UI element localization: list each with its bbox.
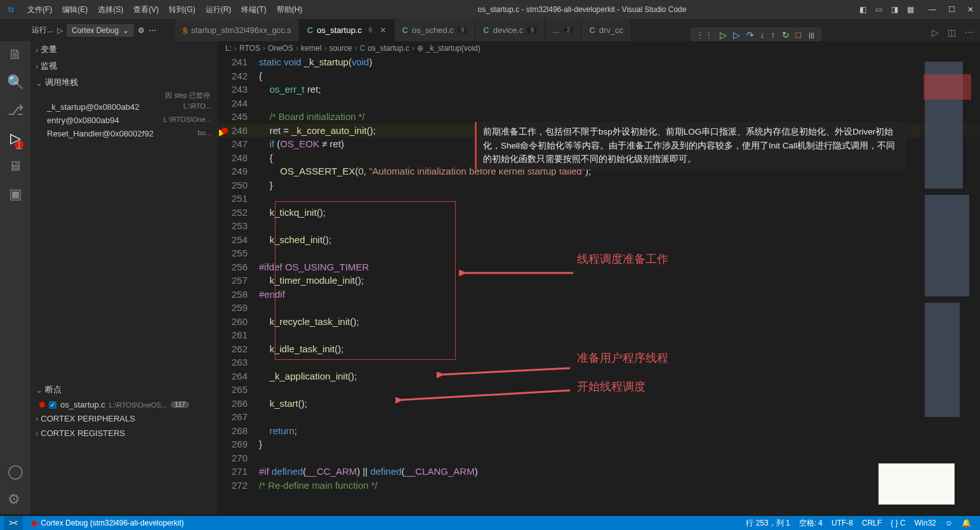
section-watch[interactable]: ›监视 — [30, 58, 218, 74]
code-line[interactable]: 272/* Re-define main function */ — [218, 479, 980, 493]
tab-badge: 6 — [366, 27, 376, 34]
run-label: 运行... — [32, 25, 53, 36]
settings-icon[interactable]: ⚙ — [8, 491, 23, 508]
breadcrumb[interactable]: L:› RTOS› OneOS› kernel› source› Cos_sta… — [218, 41, 980, 55]
search-icon[interactable]: 🔍 — [7, 74, 24, 91]
explorer-icon[interactable]: 🗎 — [8, 46, 22, 63]
hover-tooltip: 前期准备工作，包括但不限于bsp外设初始化、前期LOG串口指派、系统内存信息初始… — [475, 122, 906, 169]
code-line[interactable]: 244 — [218, 96, 980, 110]
feedback-icon[interactable]: ☺ — [945, 519, 953, 527]
debug-config-select[interactable]: Cortex Debug⌄ — [67, 24, 134, 37]
layout-icon[interactable]: ▦ — [904, 5, 917, 14]
remote-explorer-icon[interactable]: 🖥 — [8, 158, 22, 175]
tab-more-icon[interactable]: ⋯ — [965, 27, 974, 37]
dbg-restart-icon[interactable]: ↻ — [782, 30, 790, 40]
code-line[interactable]: 268 return; — [218, 424, 980, 438]
minimap[interactable] — [920, 55, 980, 500]
debug-status[interactable]: 🐞 Cortex Debug (stm32l496-ali-developerk… — [29, 519, 184, 527]
debug-settings-icon[interactable]: ⚙ — [138, 26, 145, 35]
stack-frame[interactable]: _k_startup@0x0800ab42L:\RTO... — [30, 100, 218, 114]
close-icon[interactable]: ✕ — [961, 5, 980, 14]
menu-selection[interactable]: 选择(S) — [93, 4, 128, 15]
code-line[interactable]: 269} — [218, 437, 980, 451]
dbg-step-out-icon[interactable]: ↑ — [771, 30, 776, 40]
breakpoint-row[interactable]: ✓ os_startup.c L:\RTOS\OneOS... 117 — [30, 398, 218, 411]
panel-bottom-icon[interactable]: ▭ — [873, 5, 885, 14]
stack-frame[interactable]: entry@0x0800ab94L:\RTOS\One... — [30, 114, 218, 127]
dbg-stop-icon[interactable]: □ — [796, 30, 801, 40]
tab-...[interactable]: ...2 — [545, 19, 581, 41]
maximize-icon[interactable]: ☐ — [942, 5, 961, 14]
code-line[interactable]: 266 k_start(); — [218, 397, 980, 411]
section-variables[interactable]: ›变量 — [30, 41, 218, 58]
run-debug-icon[interactable]: ▷1 — [10, 130, 21, 147]
indent-status[interactable]: 空格: 4 — [799, 518, 823, 529]
menu-terminal[interactable]: 终端(T) — [236, 4, 271, 15]
debug-toolbar[interactable]: ⋮⋮ ▷ ▷ ↷ ↓ ↑ ↻ □ ⫼ — [691, 27, 821, 43]
tab-badge: 2 — [564, 27, 574, 34]
accounts-icon[interactable]: ◯ — [8, 463, 23, 480]
annotation-text-2: 准备用户程序线程 — [577, 350, 668, 366]
c-file-icon: C — [402, 25, 408, 35]
tab-close-icon[interactable]: ✕ — [380, 25, 387, 35]
dbg-pause-icon[interactable]: ▷ — [733, 30, 740, 40]
function-icon: ⊕ — [417, 44, 423, 53]
section-cortex-registers[interactable]: ›CORTEX REGISTERS — [30, 426, 218, 441]
section-callstack[interactable]: ⌄调用堆栈 — [30, 74, 218, 91]
dbg-step-into-icon[interactable]: ↓ — [760, 30, 765, 40]
minimize-icon[interactable]: — — [923, 5, 942, 14]
extensions-icon[interactable]: ▣ — [9, 186, 22, 202]
encoding-status[interactable]: UTF-8 — [831, 519, 853, 527]
tab-startup_stm32l496xx_gcc.s[interactable]: §startup_stm32l496xx_gcc.s — [175, 19, 300, 41]
code-line[interactable]: 241static void _k_startup(void) — [218, 55, 980, 69]
code-line[interactable]: 271#if defined(__CC_ARM) || defined(__CL… — [218, 465, 980, 479]
more-icon[interactable]: ⋯ — [149, 26, 156, 35]
dbg-drag-icon[interactable]: ⋮⋮ — [696, 30, 713, 40]
tab-label: startup_stm32l496xx_gcc.s — [191, 25, 291, 35]
menu-file[interactable]: 文件(F) — [22, 4, 57, 15]
dbg-disconnect-icon[interactable]: ⫼ — [807, 30, 816, 40]
lang-status[interactable]: { } C — [891, 519, 905, 527]
section-breakpoints[interactable]: ⌄断点 — [30, 381, 218, 398]
tab-device.c[interactable]: Cdevice.c9 — [475, 19, 545, 41]
annotation-text-3: 开始线程调度 — [577, 379, 646, 394]
notifications-icon[interactable]: 🔔 — [962, 519, 971, 527]
tab-os_sched.c[interactable]: Cos_sched.c9 — [395, 19, 476, 41]
menu-go[interactable]: 转到(G) — [164, 4, 200, 15]
dbg-step-over-icon[interactable]: ↷ — [746, 30, 754, 40]
source-control-icon[interactable]: ⎇ — [8, 102, 23, 119]
section-cortex-peripherals[interactable]: ›CORTEX PERIPHERALS — [30, 411, 218, 426]
panel-left-icon[interactable]: ◧ — [857, 5, 869, 14]
dbg-continue-icon[interactable]: ▷ — [720, 30, 727, 40]
stack-frame[interactable]: Reset_Handler@0x08002f92bo... — [30, 127, 218, 140]
os-status[interactable]: Win32 — [915, 519, 936, 527]
annotation-box — [275, 201, 456, 360]
menu-view[interactable]: 查看(V) — [128, 4, 164, 15]
tab-os_startup.c[interactable]: Cos_startup.c6✕ — [300, 19, 395, 41]
breakpoint-dot-icon — [39, 402, 45, 407]
code-line[interactable]: 270 — [218, 451, 980, 465]
panel-right-icon[interactable]: ◨ — [889, 5, 901, 14]
tab-label: os_sched.c — [412, 25, 454, 35]
eol-status[interactable]: CRLF — [862, 519, 882, 527]
start-debug-icon[interactable]: ▷ — [57, 26, 63, 35]
cursor-position[interactable]: 行 253，列 1 — [746, 518, 790, 529]
code-line[interactable]: 267 — [218, 410, 980, 424]
menu-edit[interactable]: 编辑(E) — [57, 4, 93, 15]
split-editor-icon[interactable]: ◫ — [948, 27, 956, 37]
breakpoint-dot-icon[interactable] — [222, 128, 228, 134]
breakpoint-checkbox[interactable]: ✓ — [49, 401, 56, 409]
tab-label: os_startup.c — [317, 25, 362, 35]
tab-drv_cc[interactable]: Cdrv_cc — [581, 19, 632, 41]
remote-indicator[interactable]: >< — [4, 516, 23, 530]
code-line[interactable]: 243 os_err_t ret; — [218, 83, 980, 96]
c-file-icon: C — [360, 44, 366, 53]
code-line[interactable]: 242{ — [218, 69, 980, 83]
code-line[interactable]: 250 } — [218, 178, 980, 192]
run-file-icon[interactable]: ▷ — [932, 27, 939, 37]
menu-help[interactable]: 帮助(H) — [272, 4, 308, 15]
breakpoint-line-badge: 117 — [171, 401, 189, 408]
menu-run[interactable]: 运行(R) — [201, 4, 237, 15]
c-file-icon: C — [589, 25, 595, 35]
vscode-logo-icon: ⧉ — [0, 5, 22, 14]
